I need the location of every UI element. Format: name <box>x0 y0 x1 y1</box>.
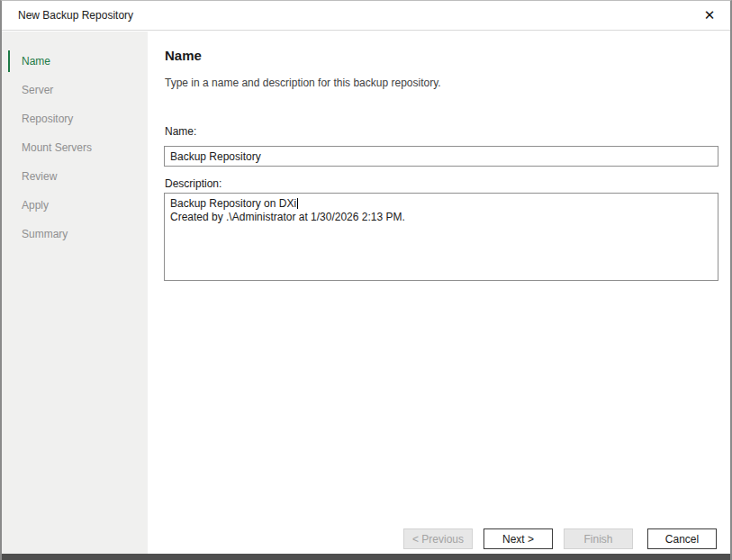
window-title: New Backup Repository <box>18 9 133 22</box>
step-label: Apply <box>10 199 49 212</box>
description-field-label: Description: <box>165 177 221 190</box>
description-textarea[interactable]: Backup Repository on DXi Created by .\Ad… <box>164 193 718 281</box>
window-bottom-edge <box>2 554 730 560</box>
step-label: Mount Servers <box>10 141 92 154</box>
step-label: Review <box>10 170 57 183</box>
sidebar-item-apply[interactable]: Apply <box>2 191 148 220</box>
sidebar-item-mount-servers[interactable]: Mount Servers <box>2 133 148 162</box>
step-label: Server <box>10 84 53 96</box>
next-button[interactable]: Next > <box>483 528 553 549</box>
step-label: Name <box>10 55 50 68</box>
titlebar: New Backup Repository ✕ <box>2 1 730 31</box>
wizard-button-row: < Previous Next > Finish Cancel <box>403 528 717 549</box>
sidebar-item-name[interactable]: Name <box>2 47 148 76</box>
cancel-button[interactable]: Cancel <box>647 528 717 549</box>
text-cursor <box>297 198 298 209</box>
close-icon[interactable]: ✕ <box>698 5 721 26</box>
new-backup-repository-dialog: New Backup Repository ✕ Name Server Repo… <box>0 0 732 560</box>
finish-button: Finish <box>564 528 633 549</box>
step-label: Summary <box>10 228 68 240</box>
sidebar-item-summary[interactable]: Summary <box>2 220 148 248</box>
sidebar-item-review[interactable]: Review <box>2 162 148 191</box>
page-subtitle: Type in a name and description for this … <box>165 77 441 89</box>
description-line-1: Backup Repository on DXi <box>170 197 712 211</box>
name-field-label: Name: <box>165 125 196 138</box>
name-input[interactable] <box>164 146 718 167</box>
description-line-2: Created by .\Administrator at 1/30/2026 … <box>170 211 712 224</box>
sidebar-item-server[interactable]: Server <box>2 76 148 104</box>
step-label: Repository <box>10 113 73 125</box>
sidebar-item-repository[interactable]: Repository <box>2 104 148 133</box>
wizard-steps-sidebar: Name Server Repository Mount Servers Rev… <box>2 32 148 554</box>
wizard-content-pane: Name Type in a name and description for … <box>148 32 730 554</box>
previous-button: < Previous <box>403 528 473 549</box>
page-title: Name <box>165 48 202 63</box>
